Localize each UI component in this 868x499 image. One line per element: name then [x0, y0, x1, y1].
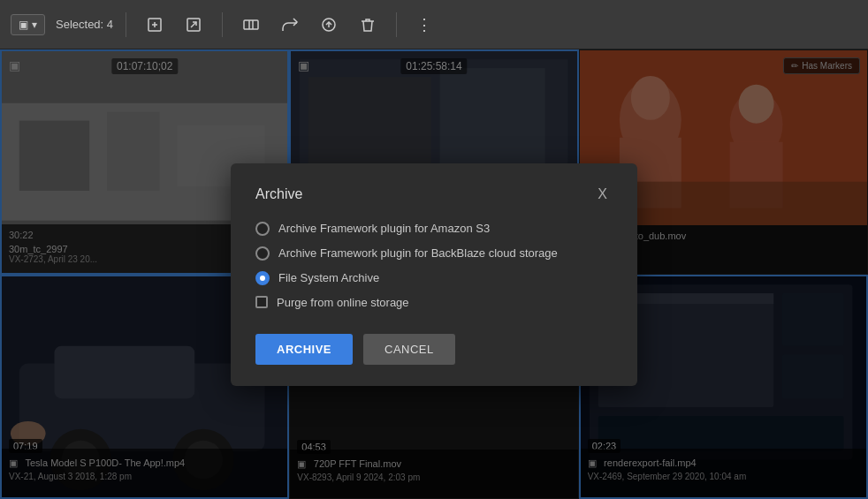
option-amazon-s3-label: Archive Framework plugin for Amazon S3 — [278, 222, 490, 235]
archive-modal: Archive X Archive Framework plugin for A… — [231, 163, 637, 386]
radio-backblaze — [255, 246, 270, 261]
svg-rect-4 — [244, 20, 258, 29]
export-btn[interactable] — [178, 11, 209, 39]
radio-amazon-s3 — [255, 222, 270, 236]
divider-2 — [222, 12, 223, 37]
more-icon: ⋮ — [416, 15, 432, 34]
radio-filesystem — [255, 271, 270, 285]
option-purge-label: Purge from online storage — [277, 296, 409, 309]
option-backblaze-label: Archive Framework plugin for BackBlaze c… — [278, 246, 558, 260]
checkbox-purge — [255, 296, 268, 308]
modal-title: Archive — [255, 186, 302, 202]
modal-actions: ARCHIVE CANCEL — [255, 334, 613, 365]
archive-button[interactable]: ARCHIVE — [255, 334, 353, 365]
modal-header: Archive X — [255, 185, 613, 204]
media-grid: ▣ 01:07:10;02 30:22 30m_tc_2997 VX-2723,… — [0, 49, 868, 499]
delete-icon — [359, 16, 377, 34]
review-btn[interactable] — [313, 11, 345, 39]
select-box-icon: ▣ — [19, 19, 28, 31]
modal-overlay: Archive X Archive Framework plugin for A… — [0, 49, 868, 499]
export-icon — [185, 16, 202, 34]
option-filesystem[interactable]: File System Archive — [255, 271, 613, 285]
option-amazon-s3[interactable]: Archive Framework plugin for Amazon S3 — [255, 222, 613, 236]
share-btn[interactable] — [274, 11, 306, 39]
divider-1 — [126, 12, 126, 37]
cancel-button[interactable]: CANCEL — [363, 334, 455, 365]
modal-close-button[interactable]: X — [592, 185, 613, 204]
modal-options-group: Archive Framework plugin for Amazon S3 A… — [255, 222, 613, 309]
transcode-icon — [242, 16, 260, 34]
more-btn[interactable]: ⋮ — [409, 10, 439, 40]
review-icon — [320, 16, 338, 34]
selected-count-label: Selected: 4 — [56, 18, 113, 31]
import-icon — [146, 16, 164, 34]
select-dropdown[interactable]: ▣ ▾ — [11, 14, 45, 35]
share-icon — [281, 16, 299, 34]
import-btn[interactable] — [139, 11, 171, 39]
transcode-btn[interactable] — [235, 11, 267, 39]
option-backblaze[interactable]: Archive Framework plugin for BackBlaze c… — [255, 246, 613, 261]
option-purge[interactable]: Purge from online storage — [255, 296, 613, 309]
select-dropdown-arrow: ▾ — [32, 19, 37, 31]
divider-3 — [396, 12, 397, 37]
main-toolbar: ▣ ▾ Selected: 4 — [0, 0, 868, 49]
delete-btn[interactable] — [352, 11, 384, 39]
option-filesystem-label: File System Archive — [278, 271, 379, 284]
